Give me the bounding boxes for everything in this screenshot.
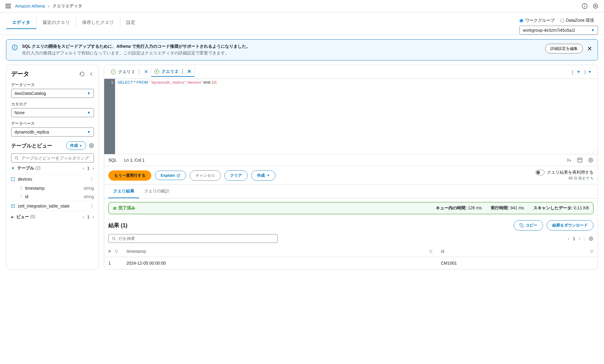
copy-button[interactable]: コピー	[514, 220, 543, 230]
next-page-icon[interactable]: ›	[92, 166, 94, 171]
next-page-icon[interactable]: ›	[92, 214, 94, 219]
database-select[interactable]: dynamodb_replica▼	[11, 127, 94, 137]
close-icon[interactable]: ✕	[187, 69, 191, 74]
search-icon	[14, 156, 19, 160]
svg-point-14	[589, 158, 593, 162]
expand-box-icon[interactable]: +	[11, 204, 15, 208]
close-icon[interactable]: ✕	[587, 45, 592, 52]
sort-icon[interactable]: ▽	[590, 249, 593, 254]
svg-rect-15	[521, 225, 523, 227]
menu-icon[interactable]	[5, 4, 11, 8]
caret-down-icon: ▼	[87, 111, 91, 115]
create-button[interactable]: 作成▼	[66, 141, 86, 150]
tab-settings[interactable]: 設定	[120, 17, 141, 29]
data-sidebar: データ データソース AwsDataCatalog▼ カタログ None▼ デー…	[6, 65, 99, 269]
info-icon	[12, 44, 18, 50]
svg-point-18	[590, 238, 592, 239]
results-title: 結果 (1)	[108, 222, 127, 229]
caret-right-icon[interactable]: ▶	[11, 215, 14, 219]
next-page-icon[interactable]: ›	[579, 236, 580, 241]
views-header: ▶ ビュー (0) ‹ 1 ›	[11, 211, 94, 223]
edit-icon[interactable]: ✎	[590, 176, 593, 181]
completion-panel: ⊘完了済み キュー内の時間: 126 ms 実行時間: 941 ms スキャンし…	[108, 202, 593, 214]
svg-point-13	[590, 159, 592, 161]
breadcrumb-service[interactable]: Amazon Athena	[15, 4, 45, 8]
table-item-devices[interactable]: − devices ⋮	[11, 174, 94, 184]
gear-icon[interactable]	[89, 143, 94, 148]
query-tab-2[interactable]: ✓ クエリ 2 ⋮ ✕	[151, 67, 195, 77]
banner-desc: 先行入力の推奨はデフォルトで有効になっています。この設定はクエリエディタの詳細設…	[22, 50, 541, 56]
row-search-input[interactable]	[108, 234, 278, 243]
refresh-icon[interactable]	[79, 71, 85, 77]
gear-icon[interactable]	[588, 157, 593, 163]
radio-workgroup[interactable]: ワークグループ	[519, 18, 555, 23]
reuse-label: クエリ結果を再利用する	[547, 170, 593, 175]
collapse-icon[interactable]	[88, 71, 94, 77]
close-icon[interactable]: ✕	[144, 69, 148, 75]
datasource-select[interactable]: AwsDataCatalog▼	[11, 89, 94, 98]
svg-point-16	[112, 237, 115, 240]
add-tab-button[interactable]: ＋	[573, 69, 584, 75]
results-table: #▽ timestamp▽ id▽ 1 2024-12-05 00:00:00 …	[104, 246, 598, 269]
explain-button[interactable]: Explain	[155, 171, 186, 180]
radio-datazone[interactable]: DataZone 環境	[560, 18, 594, 23]
breadcrumb: Amazon Athena › クエリエディタ	[15, 3, 82, 9]
catalog-select[interactable]: None▼	[11, 108, 94, 117]
svg-point-2	[585, 5, 585, 5]
tab-saved[interactable]: 保存したクエリ	[76, 17, 120, 29]
format-icon[interactable]	[566, 157, 572, 163]
more-icon[interactable]: ⋮	[137, 69, 142, 75]
caret-down-icon[interactable]: ▼	[586, 70, 594, 74]
prev-page-icon[interactable]: ‹	[568, 236, 569, 241]
prev-page-icon[interactable]: ‹	[83, 166, 84, 171]
tab-recent[interactable]: 最近のクエリ	[37, 17, 76, 29]
column-timestamp: ├timestampstring	[11, 184, 94, 192]
sort-icon[interactable]: ▽	[115, 249, 118, 254]
tab-editor[interactable]: エディタ	[6, 17, 37, 29]
catalog-label: カタログ	[11, 101, 94, 107]
resize-handle-icon[interactable]: ⋰	[592, 149, 596, 153]
reuse-results-toggle[interactable]	[535, 170, 545, 175]
external-link-icon	[177, 174, 180, 177]
svg-line-17	[115, 239, 115, 240]
tab-query-stats[interactable]: クエリの統計	[139, 185, 174, 198]
caret-down-icon: ▼	[79, 144, 82, 147]
tables-views-title: テーブルとビュー	[11, 142, 52, 149]
sql-editor[interactable]: 1 SELECT * FROM "dynamodb_replica"."devi…	[104, 79, 598, 154]
cancel-button[interactable]: キャンセル	[190, 170, 221, 181]
svg-point-19	[589, 237, 593, 240]
edit-settings-button[interactable]: 詳細設定を編集	[545, 44, 583, 53]
cursor-position: Ln 1, Col 1	[124, 158, 145, 163]
sort-icon[interactable]: ▽	[429, 249, 432, 254]
svg-line-10	[18, 159, 18, 159]
download-button[interactable]: 結果をダウンロード	[547, 220, 593, 230]
workgroup-select[interactable]: workgroup-4e3zm7i45o5a1l ▼	[519, 26, 598, 35]
more-icon[interactable]: ⋮	[90, 177, 94, 182]
svg-point-8	[91, 145, 92, 146]
clear-button[interactable]: クリア	[224, 170, 248, 181]
more-icon[interactable]: ⋮	[90, 204, 94, 208]
svg-point-9	[15, 156, 18, 159]
language-indicator: SQL	[108, 158, 117, 163]
svg-point-4	[595, 5, 596, 7]
gear-icon[interactable]	[589, 236, 593, 241]
svg-marker-3	[593, 4, 597, 9]
run-again-button[interactable]: もう一度実行する	[108, 170, 151, 181]
datasource-label: データソース	[11, 82, 94, 88]
fullscreen-icon[interactable]	[577, 157, 583, 163]
caret-down-icon: ▼	[87, 91, 91, 95]
collapse-box-icon[interactable]: −	[11, 177, 15, 181]
tab-query-results[interactable]: クエリ結果	[108, 185, 139, 198]
more-icon[interactable]: ⋮	[180, 69, 185, 74]
settings-nut-icon[interactable]	[593, 3, 599, 9]
create-query-button[interactable]: 作成▼	[251, 170, 275, 181]
table-filter-input[interactable]	[11, 153, 94, 163]
prev-page-icon[interactable]: ‹	[83, 214, 84, 219]
table-row: 1 2024-12-05 00:00:00 CM1001	[104, 257, 598, 269]
table-item-zetl[interactable]: + zetl_integration_table_state ⋮	[11, 201, 94, 211]
svg-point-7	[15, 46, 15, 47]
info-icon[interactable]	[582, 3, 588, 9]
caret-down-icon[interactable]: ▼	[11, 166, 15, 170]
query-tab-1[interactable]: ✓ クエリ 1 ⋮ ✕	[108, 67, 151, 76]
copy-icon	[519, 223, 524, 227]
